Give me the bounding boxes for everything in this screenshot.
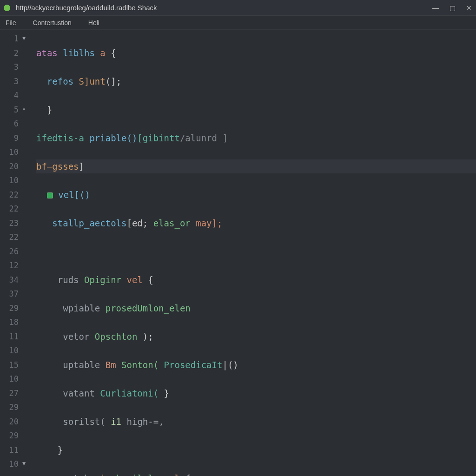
chevron-down-icon: ▼ xyxy=(22,31,26,46)
code-line[interactable]: } xyxy=(36,443,476,457)
inline-box-icon xyxy=(47,192,53,198)
menu-file[interactable]: File xyxy=(3,18,19,27)
code-line[interactable]: vel[() xyxy=(36,188,476,202)
fold-toggle[interactable]: ▼ xyxy=(22,457,36,471)
window-controls: — ▢ ✕ xyxy=(432,4,472,12)
line-number: 10 xyxy=(0,372,19,386)
line-number: 10 xyxy=(0,145,19,159)
line-number: 20 xyxy=(0,159,19,174)
chevron-down-icon: ▼ xyxy=(22,456,26,471)
line-number: 11 xyxy=(0,330,19,344)
app-window: http//ackyecrbucgroleg/oadduild.radlbe S… xyxy=(0,0,476,476)
fold-toggle[interactable]: ▼ xyxy=(22,32,36,46)
line-number: 1 xyxy=(0,32,19,46)
line-number: 5 xyxy=(0,103,19,117)
line-number: 2 xyxy=(0,46,19,60)
line-number: 29 xyxy=(0,301,19,316)
line-number: 23 xyxy=(0,216,19,231)
line-number-gutter: 1 2 3 3 4 5 6 9 10 20 10 22 22 23 22 26 … xyxy=(0,30,22,476)
line-number: 15 xyxy=(0,358,19,372)
line-number: 10 xyxy=(0,173,19,188)
code-line[interactable]: sorilst( i1 high-=, xyxy=(36,415,476,429)
close-button[interactable]: ✕ xyxy=(466,4,472,12)
line-number: 29 xyxy=(0,400,19,415)
line-number: 27 xyxy=(0,386,19,401)
line-number: 22 xyxy=(0,230,19,245)
code-line[interactable]: } xyxy=(36,103,476,117)
line-number: 22 xyxy=(0,202,19,216)
line-number: 22 xyxy=(0,188,19,202)
line-number: 26 xyxy=(0,245,19,259)
maximize-button[interactable]: ▢ xyxy=(449,4,456,12)
line-number: 12 xyxy=(0,258,19,273)
code-line[interactable]: wpiable prosedUmlon_elen xyxy=(36,301,476,316)
line-number: 34 xyxy=(0,273,19,287)
chevron-down-icon: ▾ xyxy=(22,102,26,117)
code-line[interactable]: uptable Bm Sonton( ProsedicaIt|() xyxy=(36,358,476,372)
line-number: 10 xyxy=(0,457,19,471)
menu-help[interactable]: Heli xyxy=(86,18,102,27)
line-number: 18 xyxy=(0,315,19,330)
line-number: 3 xyxy=(0,74,19,89)
line-number: 29 xyxy=(0,429,19,443)
fold-toggle[interactable]: ▾ xyxy=(22,103,36,117)
line-number: 11 xyxy=(0,443,19,457)
code-line[interactable]: ruds Opiginr vel { xyxy=(36,273,476,287)
line-number: 9 xyxy=(0,131,19,145)
code-area[interactable]: atas liblhs a { refos S]unt(]; } ifedtis… xyxy=(36,30,476,476)
titlebar: http//ackyecrbucgroleg/oadduild.radlbe S… xyxy=(0,0,476,16)
code-line[interactable]: atas liblhs a { xyxy=(36,46,476,60)
code-line[interactable]: ifedtis-a priable()[gibintt/alunrd ] xyxy=(36,131,476,145)
line-number: 10 xyxy=(0,344,19,358)
line-number: 20 xyxy=(0,415,19,429)
fold-gutter: ▼ ▾ xyxy=(22,30,36,476)
code-line[interactable]: refos S]unt(]; xyxy=(36,74,476,89)
line-number: 6 xyxy=(0,117,19,131)
line-number: 37 xyxy=(0,287,19,301)
line-number: 3 xyxy=(0,60,19,74)
code-line[interactable]: sotube ip bavilpleu al { xyxy=(36,471,476,476)
app-icon xyxy=(4,5,10,11)
code-line[interactable] xyxy=(36,245,476,259)
code-line[interactable]: stallp_aectols[ed; elas_or may]; xyxy=(36,216,476,231)
titlebar-url: http//ackyecrbucgroleg/oadduild.radlbe S… xyxy=(16,4,432,12)
menu-contribution[interactable]: Contertustion xyxy=(30,18,74,27)
menubar: File Contertustion Heli xyxy=(0,16,476,30)
code-line[interactable]: vetor Opschton ); xyxy=(36,330,476,344)
code-line[interactable]: vatant Curliatoni( } xyxy=(36,386,476,401)
minimize-button[interactable]: — xyxy=(432,4,439,12)
code-editor[interactable]: 1 2 3 3 4 5 6 9 10 20 10 22 22 23 22 26 … xyxy=(0,30,476,476)
line-number: 4 xyxy=(0,88,19,103)
code-line[interactable]: bf—gsses] xyxy=(36,159,476,174)
